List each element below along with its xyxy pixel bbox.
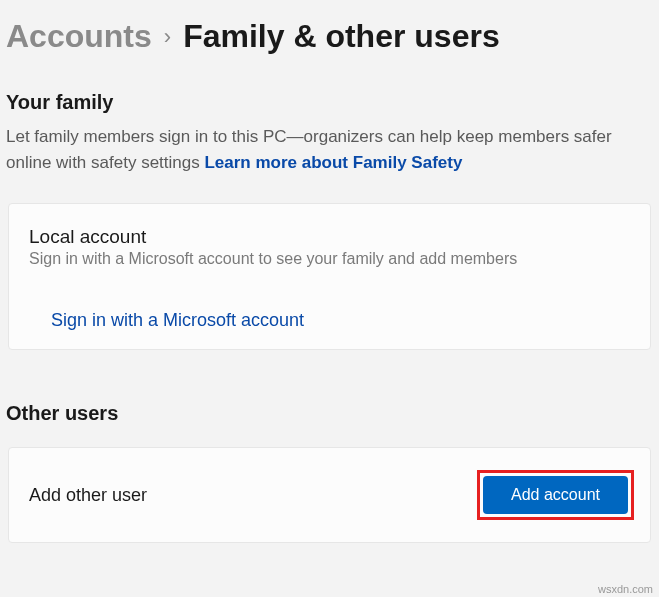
breadcrumb-current: Family & other users [183, 18, 500, 55]
other-users-heading: Other users [0, 350, 659, 433]
local-account-title: Local account [29, 226, 630, 248]
watermark-text: wsxdn.com [598, 583, 653, 595]
highlight-annotation: Add account [477, 470, 634, 520]
your-family-description: Let family members sign in to this PC—or… [0, 122, 659, 175]
local-account-card: Local account Sign in with a Microsoft a… [8, 203, 651, 350]
add-other-user-label: Add other user [29, 485, 147, 506]
add-account-button[interactable]: Add account [483, 476, 628, 514]
add-other-user-row: Add other user Add account [8, 447, 651, 543]
learn-more-family-safety-link[interactable]: Learn more about Family Safety [204, 153, 462, 172]
local-account-subtext: Sign in with a Microsoft account to see … [29, 250, 630, 268]
breadcrumb: Accounts › Family & other users [0, 0, 659, 59]
chevron-right-icon: › [160, 24, 175, 50]
your-family-heading: Your family [0, 59, 659, 122]
breadcrumb-parent[interactable]: Accounts [6, 18, 152, 55]
sign-in-microsoft-account-link[interactable]: Sign in with a Microsoft account [51, 310, 304, 331]
